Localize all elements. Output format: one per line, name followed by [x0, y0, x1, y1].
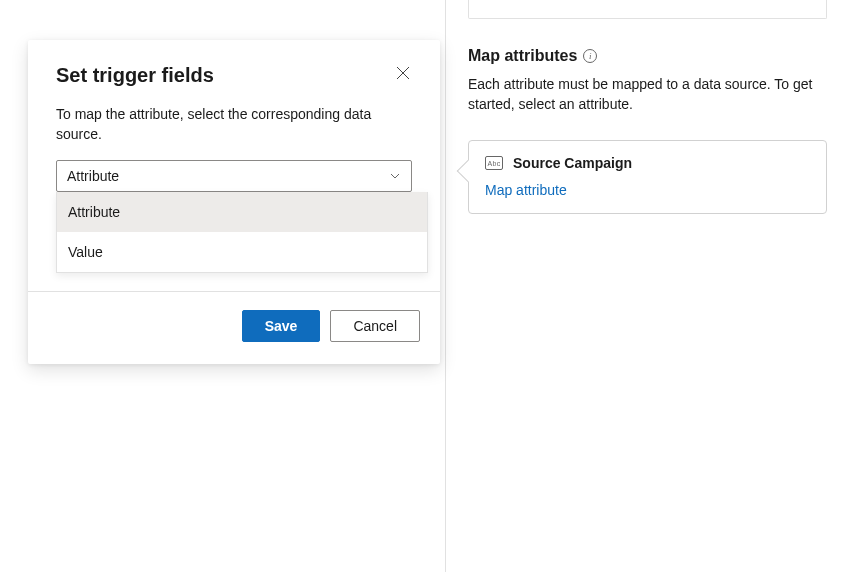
section-description: Each attribute must be mapped to a data … [468, 75, 827, 114]
dialog-footer: Save Cancel [28, 292, 440, 364]
attribute-select[interactable]: Attribute [56, 160, 412, 192]
map-attribute-link[interactable]: Map attribute [485, 182, 567, 198]
close-icon [396, 66, 410, 80]
dropdown-option-attribute[interactable]: Attribute [57, 192, 427, 232]
text-type-icon: Abc [485, 156, 503, 170]
attribute-card[interactable]: Abc Source Campaign Map attribute [468, 140, 827, 214]
panel-divider [445, 0, 446, 572]
dialog-title: Set trigger fields [56, 64, 214, 87]
attribute-dropdown-list: Attribute Value [56, 192, 428, 273]
info-icon[interactable]: i [583, 49, 597, 63]
dropdown-option-value[interactable]: Value [57, 232, 427, 272]
right-panel: Map attributes i Each attribute must be … [468, 0, 847, 214]
cancel-button[interactable]: Cancel [330, 310, 420, 342]
attribute-card-header: Abc Source Campaign [485, 155, 810, 171]
dialog-description: To map the attribute, select the corresp… [56, 105, 412, 144]
dialog-header: Set trigger fields [56, 64, 412, 87]
previous-section-bottom [468, 0, 827, 19]
select-value: Attribute [67, 168, 119, 184]
callout-arrow [457, 160, 480, 183]
chevron-down-icon [389, 170, 401, 182]
save-button[interactable]: Save [242, 310, 321, 342]
set-trigger-fields-dialog: Set trigger fields To map the attribute,… [28, 40, 440, 364]
section-title: Map attributes [468, 47, 577, 65]
attribute-card-title: Source Campaign [513, 155, 632, 171]
close-button[interactable] [394, 64, 412, 84]
section-header: Map attributes i [468, 47, 827, 65]
